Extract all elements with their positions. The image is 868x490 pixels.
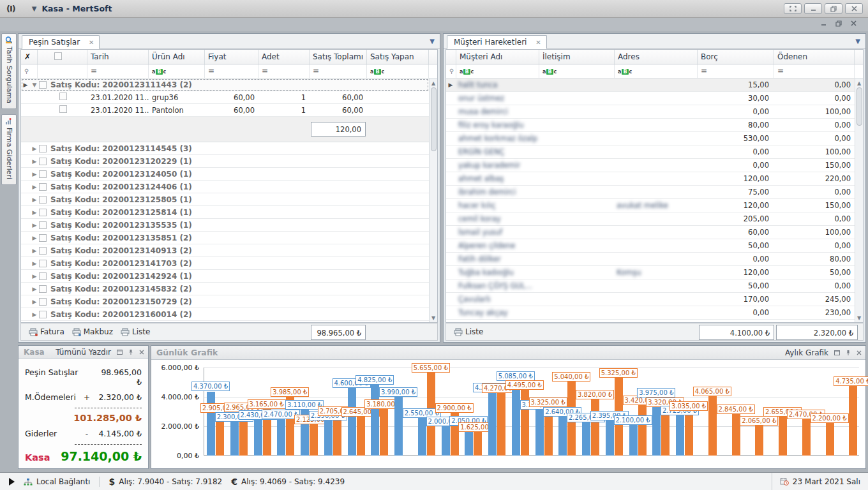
detail-checkbox-cell[interactable] xyxy=(30,105,87,115)
expand-icon[interactable]: ▶ xyxy=(30,209,39,216)
filter-cell-1[interactable]: aBc xyxy=(456,64,539,78)
sales-group-row[interactable]: ▶Satış Kodu: 20200123141703 (2) xyxy=(21,257,429,270)
filter-funnel-icon[interactable]: ⚲ xyxy=(449,68,454,75)
customer-row[interactable]: Tuğba kadıoğluKomşu120,0050,00 xyxy=(446,266,855,279)
select-all-checkbox[interactable] xyxy=(54,52,62,60)
group-checkbox[interactable] xyxy=(39,170,47,178)
customer-row[interactable]: Fulksan ÇĞYŞ GÜL...50,000,00 xyxy=(446,279,855,293)
sales-group-row[interactable]: ▶Satış Kodu: 20200123125814 (1) xyxy=(21,206,429,219)
bar-blue[interactable] xyxy=(582,422,590,456)
window-menu-caret-icon[interactable]: ▼ xyxy=(32,5,37,12)
bar-blue[interactable] xyxy=(254,420,262,456)
bar-blue[interactable] xyxy=(348,388,356,456)
footer-button-makbuz[interactable]: Makbuz xyxy=(72,327,113,336)
bar-orange[interactable] xyxy=(802,419,811,456)
customer-row[interactable]: ahmet korkmaz özalp530,000,00 xyxy=(446,132,855,145)
expand-icon[interactable]: ▶ xyxy=(30,311,39,318)
sales-group-row[interactable]: ▶▼Satış Kodu: 20200123111443 (2) xyxy=(21,78,429,91)
tab-list-caret-icon[interactable]: ▼ xyxy=(855,38,860,45)
group-checkbox[interactable] xyxy=(39,145,47,152)
customer-row[interactable]: musa demirci0,00100,00 xyxy=(446,105,855,119)
sales-group-row[interactable]: ▶Satış Kodu: 20200123160014 (2) xyxy=(21,308,429,321)
detail-checkbox-cell[interactable] xyxy=(30,93,87,102)
maximize-panel-icon[interactable] xyxy=(117,350,123,355)
pin-icon[interactable] xyxy=(128,349,133,355)
bar-orange[interactable] xyxy=(849,386,857,456)
customer-row[interactable]: cemil koray205,000,00 xyxy=(446,212,855,226)
bar-orange[interactable] xyxy=(708,396,717,456)
vertical-scrollbar[interactable]: ▲▼ xyxy=(855,78,863,322)
bar-blue[interactable] xyxy=(676,415,684,456)
sales-group-row[interactable]: ▶Satış Kodu: 20200123142924 (1) xyxy=(21,270,429,283)
filter-cell-5[interactable]: = xyxy=(310,64,367,78)
vertical-scrollbar[interactable]: ▲▼ xyxy=(429,78,437,322)
filter-cell-3[interactable]: = xyxy=(205,64,258,78)
bar-orange[interactable] xyxy=(685,411,693,456)
customer-row[interactable]: yakup karademir0,00150,00 xyxy=(446,159,855,172)
bar-orange[interactable] xyxy=(732,414,740,456)
sales-group-row[interactable]: ▶Satış Kodu: 20200123140913 (2) xyxy=(21,244,429,257)
print-all-button[interactable]: Tümünü Yazdır xyxy=(56,348,111,357)
collapse-icon[interactable]: ▼ xyxy=(30,82,39,88)
sales-group-row[interactable]: ▶Satış Kodu: 20200123150729 (2) xyxy=(21,295,429,308)
bar-blue[interactable] xyxy=(418,418,426,456)
filter-funnel-icon[interactable]: ⚲ xyxy=(24,68,29,75)
bar-orange[interactable] xyxy=(497,393,505,456)
footer-button-liste[interactable]: Liste xyxy=(121,327,150,336)
expand-icon[interactable]: ▶ xyxy=(30,286,39,292)
bar-blue[interactable] xyxy=(371,385,379,456)
column-header-1[interactable]: Müşteri Adı xyxy=(456,50,539,64)
bar-orange[interactable] xyxy=(310,424,318,456)
group-checkbox[interactable] xyxy=(39,285,47,293)
expand-icon[interactable]: ▶ xyxy=(30,248,39,254)
group-checkbox[interactable] xyxy=(39,234,47,242)
dock-tab-tarih-sorgulama[interactable]: Tarih Sorgulama xyxy=(1,33,17,109)
bar-blue[interactable] xyxy=(512,381,520,456)
sales-group-row[interactable]: ▶Satış Kodu: 20200123135535 (1) xyxy=(21,219,429,232)
bar-blue[interactable] xyxy=(324,420,333,456)
bar-blue[interactable] xyxy=(606,420,614,456)
sales-group-row[interactable]: ▶Satış Kodu: 20200123120229 (1) xyxy=(21,155,429,168)
select-all-checkbox-cell[interactable] xyxy=(38,50,87,64)
tab-list-caret-icon[interactable]: ▼ xyxy=(430,38,435,45)
bar-blue[interactable] xyxy=(277,419,285,456)
bar-orange[interactable] xyxy=(591,399,599,456)
filter-cell-3[interactable]: aBc xyxy=(615,64,698,78)
child-minimize-button[interactable] xyxy=(821,20,827,27)
sales-group-row[interactable]: ▶Satış Kodu: 20200123114545 (3) xyxy=(21,142,429,155)
sales-group-row[interactable]: ▶Satış Kodu: 20200123124050 (1) xyxy=(21,168,429,181)
tab-pesin-satislar[interactable]: Peşin Satışlar ✕ xyxy=(22,35,100,49)
column-header-5[interactable]: Satış Toplamı xyxy=(310,50,367,64)
column-header-6[interactable]: Satış Yapan xyxy=(367,50,429,64)
monthly-chart-link[interactable]: Aylık Grafik xyxy=(785,348,828,357)
close-panel-icon[interactable] xyxy=(857,350,862,355)
footer-button-fatura[interactable]: Fatura xyxy=(29,327,64,336)
group-checkbox[interactable] xyxy=(39,158,47,165)
scrollbar-thumb[interactable] xyxy=(857,87,862,126)
customer-row[interactable]: Çavularlı170,00245,00 xyxy=(446,293,855,306)
bar-blue[interactable] xyxy=(442,426,450,456)
customer-row[interactable]: hacer kılıçavukat melike120,00150,00 xyxy=(446,199,855,212)
column-header-2[interactable]: Ürün Adı xyxy=(149,50,205,64)
expand-icon[interactable]: ▶ xyxy=(30,260,39,267)
maximize-panel-icon[interactable] xyxy=(834,350,840,355)
footer-button-liste[interactable]: Liste xyxy=(454,327,483,336)
sales-group-row[interactable]: ▶Satış Kodu: 20200123145832 (2) xyxy=(21,283,429,295)
scroll-up-icon[interactable]: ▲ xyxy=(431,78,435,87)
bar-orange[interactable] xyxy=(333,416,341,456)
bar-orange[interactable] xyxy=(474,432,482,456)
group-checkbox[interactable] xyxy=(39,209,47,216)
tab-musteri-hareketleri[interactable]: Müşteri Hareketleri ✕ xyxy=(447,35,547,49)
expand-icon[interactable]: ▶ xyxy=(30,158,39,165)
expand-icon[interactable]: ▶ xyxy=(30,235,39,241)
group-checkbox[interactable] xyxy=(39,298,47,306)
bar-orange[interactable] xyxy=(779,417,787,456)
scroll-down-icon[interactable]: ▼ xyxy=(431,313,435,322)
expand-icon[interactable]: ▶ xyxy=(30,145,39,152)
expand-icon[interactable]: ▶ xyxy=(30,299,39,305)
column-header-4[interactable]: Adet xyxy=(258,50,310,64)
customer-row[interactable]: ibrahim demirci75,000,00 xyxy=(446,186,855,199)
column-header-3[interactable]: Fiyat xyxy=(205,50,258,64)
bar-orange[interactable] xyxy=(826,423,834,456)
bar-blue[interactable] xyxy=(558,417,567,456)
